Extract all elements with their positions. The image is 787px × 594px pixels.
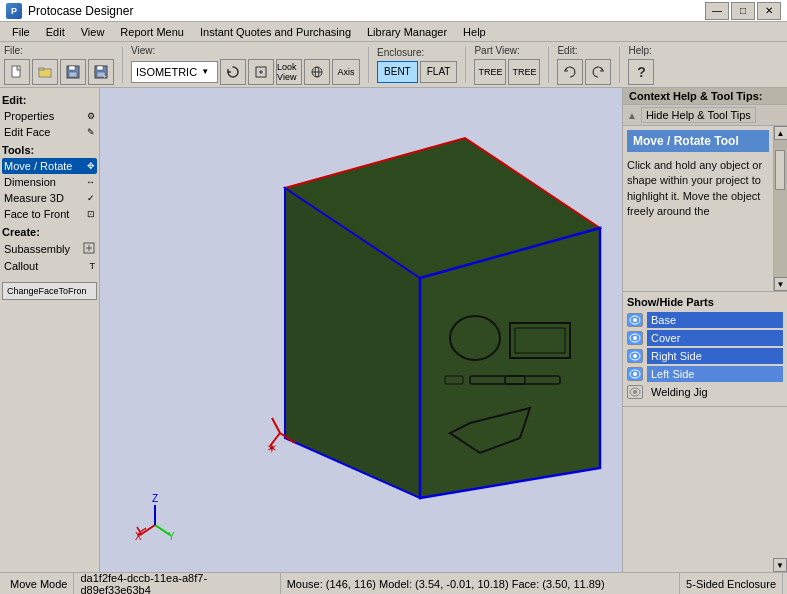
view-label: View: [131,45,360,56]
dimension-item[interactable]: Dimension ↔ [2,174,97,190]
undo-button[interactable] [557,59,583,85]
help-header: Context Help & Tool Tips: [623,88,787,105]
status-mode: Move Mode [4,573,74,594]
move-rotate-icon: ✥ [87,161,95,171]
callout-icon: T [90,261,96,271]
svg-text:+: + [103,73,107,79]
3d-viewport[interactable]: ✶ [230,128,610,528]
file-controls: + [4,59,114,85]
app-icon: P [6,3,22,19]
menu-library[interactable]: Library Manager [359,24,455,40]
sep4 [548,47,549,83]
menu-help[interactable]: Help [455,24,494,40]
view-mode-dropdown[interactable]: ISOMETRIC ▼ [131,61,218,83]
scroll-track[interactable] [774,140,788,277]
hide-help-button[interactable]: Hide Help & Tool Tips [641,107,756,123]
help-scrollbar[interactable]: ▲ ▼ [773,126,787,291]
tools-section-title: Tools: [2,144,97,156]
main-area: Edit: Properties ⚙ Edit Face ✎ Tools: Mo… [0,88,787,572]
show-hide-title: Show/Hide Parts [627,296,783,308]
part-label-right-side[interactable]: Right Side [647,348,783,364]
new-button[interactable] [4,59,30,85]
save-button[interactable] [60,59,86,85]
axis-indicator: X Y Z ✶ [130,490,180,542]
part-label-base[interactable]: Base [647,312,783,328]
refresh-view-button[interactable] [220,59,246,85]
redo-button[interactable] [585,59,611,85]
left-panel: Edit: Properties ⚙ Edit Face ✎ Tools: Mo… [0,88,100,572]
svg-line-30 [272,418,280,433]
face-to-front-label: Face to Front [4,208,69,220]
minimize-button[interactable]: — [705,2,729,20]
measure-3d-label: Measure 3D [4,192,64,204]
part-eye-right-side[interactable] [627,349,643,363]
edit-face-item[interactable]: Edit Face ✎ [2,124,97,140]
part-eye-cover[interactable] [627,331,643,345]
part-view-btn1[interactable]: TREE [474,59,506,85]
part-eye-welding-jig[interactable] [627,385,643,399]
dropdown-arrow-icon: ▼ [201,67,209,76]
subassembly-item[interactable]: Subassembly [2,240,97,258]
enclosure-label: Enclosure: [377,47,457,58]
svg-text:Y: Y [168,531,175,540]
titlebar: P Protocase Designer — □ ✕ [0,0,787,22]
menu-view[interactable]: View [73,24,113,40]
part-item-welding-jig: Welding Jig [627,384,783,400]
menu-instant-quotes[interactable]: Instant Quotes and Purchasing [192,24,359,40]
partview-controls: TREE TREE [474,59,540,85]
svg-rect-5 [69,72,77,77]
help-header-title: Context Help & Tool Tips: [629,90,762,102]
sep5 [619,47,620,83]
part-view-btn2[interactable]: TREE [508,59,540,85]
part-eye-base[interactable] [627,313,643,327]
wireframe-button[interactable] [304,59,330,85]
properties-label: Properties [4,110,54,122]
open-button[interactable] [32,59,58,85]
scroll-up-button[interactable]: ▲ [774,126,788,140]
help-button[interactable]: ? [628,59,654,85]
part-label-left-side[interactable]: Left Side [647,366,783,382]
flat-button[interactable]: FLAT [420,61,458,83]
zoom-fit-button[interactable] [248,59,274,85]
svg-text:Z: Z [152,493,158,504]
canvas-area[interactable]: ✶ X Y Z ✶ [100,88,622,572]
lock-view-button[interactable]: Look View [276,59,302,85]
svg-rect-0 [12,66,20,77]
measure-3d-item[interactable]: Measure 3D ✓ [2,190,97,206]
toolbar: File: + View: ISOMETRIC ▼ [0,42,787,88]
scroll-thumb[interactable] [775,150,785,190]
measure-3d-icon: ✓ [87,193,95,203]
parts-scroll-down-button[interactable]: ▼ [773,558,787,572]
svg-rect-7 [97,66,103,70]
part-label-welding-jig[interactable]: Welding Jig [647,384,783,400]
show-hide-parts-section: Show/Hide Parts Base Cover [623,291,787,406]
part-eye-left-side[interactable] [627,367,643,381]
face-to-front-icon: ⊡ [87,209,95,219]
menu-report[interactable]: Report Menu [112,24,192,40]
enclosure-controls: BENT FLAT [377,61,457,83]
svg-point-47 [633,354,637,358]
tool-description: Click and hold any object or shape withi… [627,158,769,220]
callout-item[interactable]: Callout T [2,258,97,274]
svg-text:✶: ✶ [266,440,278,456]
maximize-button[interactable]: □ [731,2,755,20]
move-rotate-item[interactable]: Move / Rotate ✥ [2,158,97,174]
change-face-button[interactable]: ChangeFaceToFron [2,282,97,300]
scroll-down-button[interactable]: ▼ [774,277,788,291]
part-label-cover[interactable]: Cover [647,330,783,346]
callout-label: Callout [4,260,38,272]
part-item-right-side: Right Side [627,348,783,364]
face-to-front-item[interactable]: Face to Front ⊡ [2,206,97,222]
edit-toolbar-label: Edit: [557,45,611,56]
close-button[interactable]: ✕ [757,2,781,20]
menu-edit[interactable]: Edit [38,24,73,40]
axis-button[interactable]: Axis [332,59,360,85]
partview-label: Part View: [474,45,540,56]
statusbar: Move Mode da1f2fe4-dccb-11ea-a8f7-d89ef3… [0,572,787,594]
help-controls: ? [628,59,654,85]
bent-button[interactable]: BENT [377,61,418,83]
saveas-button[interactable]: + [88,59,114,85]
menu-file[interactable]: File [4,24,38,40]
view-toolbar-section: View: ISOMETRIC ▼ Look View Axis [131,45,360,85]
properties-item[interactable]: Properties ⚙ [2,108,97,124]
